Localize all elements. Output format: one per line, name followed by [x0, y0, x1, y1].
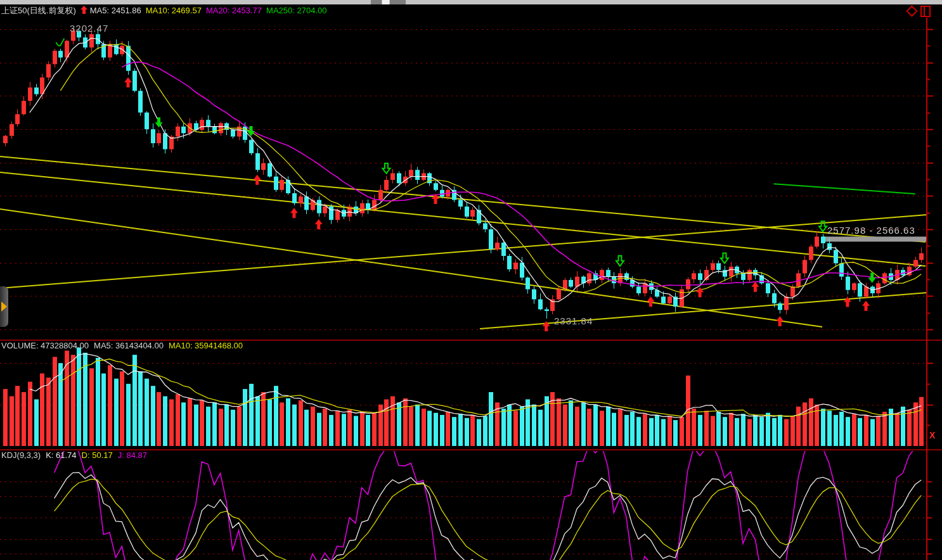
volume-pane-header: VOLUME: 47328804.00MA5: 36143404.00MA10:…: [1, 341, 248, 351]
volume-ma10-value: MA10: 35941468.00: [169, 341, 243, 350]
kdj-d-value: D: 50.17: [82, 450, 113, 460]
price-chart-canvas[interactable]: [0, 0, 942, 560]
symbol-title: 上证50(日线.前复权): [1, 6, 76, 15]
peak-price-label: 3202.47: [70, 23, 108, 34]
up-arrow-icon: [81, 6, 87, 14]
indicator-pane-close-button[interactable]: X: [929, 430, 935, 440]
split-window-icon[interactable]: [920, 6, 931, 17]
ma5-value: MA5: 2451.86: [90, 6, 141, 15]
volume-value: VOLUME: 47328804.00: [1, 341, 89, 350]
sidebar-collapse-tab[interactable]: [0, 286, 8, 327]
kdj-indicator-name: KDJ(9,3,3): [1, 450, 41, 460]
volume-ma5-value: MA5: 36143404.00: [94, 341, 164, 350]
split-window-divider: [924, 7, 925, 16]
window-top-strip: [0, 0, 942, 4]
price-band-label: 2577.98 - 2566.63: [827, 225, 915, 236]
chart-title-bar: 上证50(日线.前复权)MA5: 2451.86MA10: 2469.57MA2…: [1, 5, 331, 16]
kdj-pane-header: KDJ(9,3,3)K: 61.74D: 50.17J: 84.87: [1, 450, 152, 461]
kdj-j-value: J: 84.87: [118, 450, 147, 460]
strip-highlight: [382, 0, 389, 4]
expand-right-triangle-icon: [1, 302, 7, 312]
strip-segment: [371, 0, 382, 4]
ma10-value: MA10: 2469.57: [146, 6, 202, 15]
ma250-value: MA250: 2704.00: [266, 6, 326, 15]
strip-segment: [390, 0, 406, 4]
trough-price-label: 2331.84: [554, 315, 593, 326]
kdj-k-value: K: 61.74: [46, 450, 76, 460]
ma20-value: MA20: 2453.77: [206, 6, 262, 15]
trading-app-window: 上证50(日线.前复权)MA5: 2451.86MA10: 2469.57MA2…: [0, 0, 942, 560]
